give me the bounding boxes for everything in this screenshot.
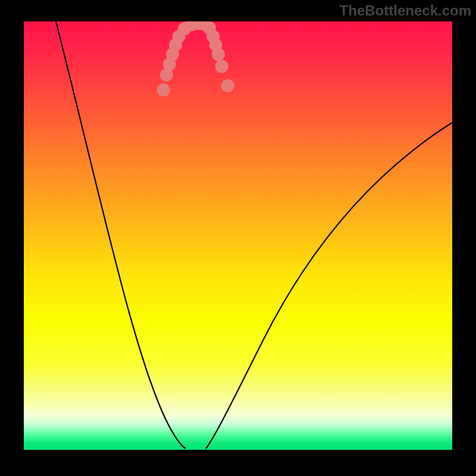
data-marker	[157, 83, 170, 96]
plot-area	[24, 21, 452, 450]
curve-overlay	[24, 21, 452, 450]
right-curve	[206, 123, 452, 449]
chart-container: TheBottleneck.com	[0, 0, 476, 476]
data-marker	[215, 60, 228, 73]
data-marker	[221, 79, 234, 92]
data-marker	[212, 48, 225, 61]
watermark-text: TheBottleneck.com	[340, 2, 471, 19]
marker-group	[157, 21, 234, 96]
